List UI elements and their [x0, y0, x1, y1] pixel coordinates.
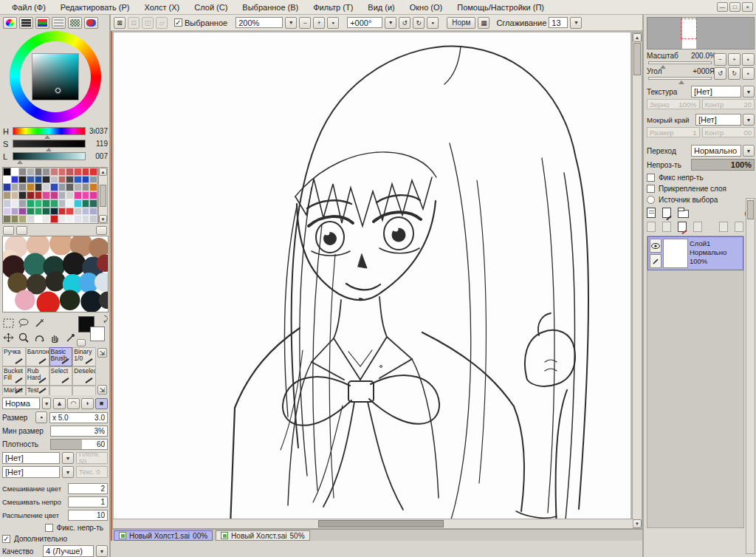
- menu-edit[interactable]: Редактировать (Р): [53, 1, 137, 13]
- menu-selection[interactable]: Выбранное (В): [235, 1, 306, 13]
- smoothing-field[interactable]: 13: [549, 17, 568, 28]
- advanced-checkbox[interactable]: ✓: [2, 535, 10, 543]
- palette-swatch[interactable]: [58, 191, 66, 199]
- palette-swatch[interactable]: [11, 191, 19, 199]
- rotate-reset-button[interactable]: ▪: [427, 17, 439, 29]
- palette-swatch[interactable]: [89, 168, 97, 176]
- menu-file[interactable]: Файл (Ф): [4, 1, 53, 13]
- brush-mode-dropdown-icon[interactable]: ▼: [42, 397, 51, 409]
- palette-swatch[interactable]: [27, 215, 35, 223]
- tab-canvas1[interactable]: Новый Холст1.sai 00%: [114, 530, 213, 541]
- palette-swatch[interactable]: [11, 208, 19, 216]
- swatches-mode-button[interactable]: [68, 17, 82, 29]
- layer-visibility-eye-icon[interactable]: [650, 239, 662, 253]
- scale-slider-marker[interactable]: [660, 65, 666, 69]
- palette-swatch[interactable]: [82, 199, 90, 208]
- nav-zoom-reset-button[interactable]: ▪: [742, 53, 755, 66]
- nav-rotate-reset-button[interactable]: ▪: [742, 67, 755, 80]
- palette-swatch[interactable]: [89, 191, 97, 199]
- spray-slider[interactable]: 10: [68, 510, 108, 521]
- brush-mode-dropdown[interactable]: Норма: [2, 397, 40, 409]
- horizontal-scrollbar[interactable]: [112, 519, 633, 529]
- scroll-up-icon[interactable]: ▲: [99, 168, 107, 176]
- palette-swatch[interactable]: [18, 168, 27, 176]
- palette-swatch[interactable]: [66, 208, 74, 216]
- s-slider-marker[interactable]: [46, 148, 52, 151]
- norm-button[interactable]: Норм: [447, 17, 475, 29]
- selection-op4-button[interactable]: ▱: [156, 17, 168, 29]
- palette-swatch[interactable]: [66, 215, 74, 223]
- palette-swatch[interactable]: [42, 183, 50, 191]
- palette-swatch[interactable]: [58, 168, 66, 176]
- hand-icon[interactable]: [49, 332, 61, 344]
- brush-page-up-button[interactable]: ⇲: [97, 348, 107, 358]
- brush-empty-2[interactable]: [72, 386, 96, 395]
- zoom-reset-button[interactable]: ▪: [327, 17, 339, 29]
- smoothing-dropdown-icon[interactable]: ▼: [570, 17, 582, 29]
- new-lineart-layer-icon[interactable]: [662, 208, 671, 218]
- nav-rotate-cw-button[interactable]: ↻: [728, 67, 740, 80]
- blend-mode-dropdown[interactable]: Нормально: [691, 145, 741, 157]
- palette-swatch[interactable]: [27, 208, 35, 216]
- blend-slider[interactable]: 2: [68, 483, 108, 494]
- palette-swatch[interactable]: [66, 199, 74, 208]
- brush-deselect[interactable]: Deselect: [72, 366, 96, 386]
- blend2-slider[interactable]: 1: [68, 496, 108, 508]
- palette-swatch[interactable]: [74, 191, 82, 199]
- selection-op1-button[interactable]: ⊠: [114, 17, 126, 29]
- zoom-dropdown-icon[interactable]: ▼: [285, 17, 297, 29]
- opacity-slider[interactable]: 100%: [691, 159, 755, 171]
- menu-layer[interactable]: Слой (С): [187, 1, 235, 13]
- mixer-mode-button[interactable]: [84, 17, 98, 29]
- move-icon[interactable]: [2, 332, 15, 344]
- palette-swatch[interactable]: [35, 183, 43, 191]
- selection-visible-checkbox[interactable]: ✓: [174, 18, 182, 27]
- palette-scroll-thumb[interactable]: [100, 185, 106, 207]
- palette-swatch[interactable]: [74, 168, 82, 176]
- layer-fix-opacity-checkbox[interactable]: [647, 174, 655, 182]
- rotate-ccw-button[interactable]: ↺: [399, 17, 410, 29]
- size-slider[interactable]: x 5.0 3.0: [49, 412, 108, 423]
- palette-swatch[interactable]: [74, 183, 82, 191]
- swatch-grid[interactable]: [2, 167, 98, 224]
- scratch-pad-svg[interactable]: [2, 236, 109, 312]
- clear-layer-icon[interactable]: [678, 222, 687, 232]
- gray-slider-mode-button[interactable]: [52, 17, 66, 29]
- palette-swatch[interactable]: [89, 199, 97, 208]
- palette-swatch[interactable]: [74, 208, 82, 216]
- size-unit-button[interactable]: ▪: [35, 411, 47, 423]
- angle-field[interactable]: +000°: [347, 17, 382, 28]
- layer-scroll-thumb[interactable]: [747, 200, 754, 219]
- texture-slot1-dropdown-icon[interactable]: ▼: [62, 452, 74, 464]
- nav-zoom-in-button[interactable]: +: [728, 53, 740, 66]
- layer-row-selected[interactable]: Слой1 Нормально 100%: [647, 236, 743, 270]
- palette-swatch[interactable]: [11, 199, 19, 208]
- transfer-down-icon[interactable]: [647, 222, 656, 232]
- navigator-viewbox[interactable]: [681, 18, 697, 39]
- lasso-icon[interactable]: [18, 318, 30, 329]
- palette-scrollbar[interactable]: ▲ ▼: [98, 167, 108, 224]
- palette-swatch[interactable]: [58, 208, 66, 216]
- palette-swatch[interactable]: [35, 176, 43, 184]
- selection-source-radio[interactable]: [647, 196, 655, 204]
- copy-layer-icon[interactable]: [693, 222, 702, 232]
- palette-swatch[interactable]: [89, 208, 97, 216]
- new-folder-icon[interactable]: [678, 210, 689, 218]
- palette-swatch[interactable]: [82, 191, 90, 199]
- palette-swatch[interactable]: [66, 191, 74, 199]
- palette-swatch[interactable]: [3, 208, 11, 216]
- palette-swatch[interactable]: [74, 215, 82, 223]
- menu-filter[interactable]: Фильтр (Т): [306, 1, 360, 13]
- quality-dropdown[interactable]: 4 (Лучше): [43, 545, 94, 557]
- palette-swatch[interactable]: [11, 176, 19, 184]
- palette-swatch[interactable]: [82, 183, 90, 191]
- texture-slot2-dropdown-icon[interactable]: ▼: [62, 466, 74, 478]
- angle-slider[interactable]: [648, 77, 712, 80]
- texture-dropdown-icon[interactable]: ▼: [743, 86, 755, 98]
- palette-swatch[interactable]: [18, 199, 27, 208]
- palette-swatch[interactable]: [89, 183, 97, 191]
- palette-swatch[interactable]: [18, 176, 27, 184]
- scratchpad-prev-button[interactable]: [3, 226, 14, 235]
- palette-swatch[interactable]: [66, 168, 74, 176]
- brush-airbrush[interactable]: Баллончик: [26, 347, 49, 366]
